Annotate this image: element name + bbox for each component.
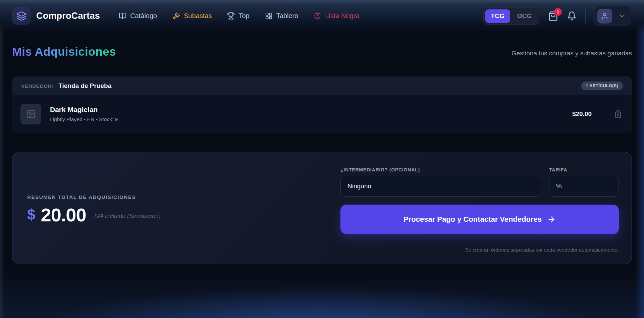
pay-button-label: Procesar Pago y Contactar Vendedores	[404, 215, 542, 224]
checkout-summary-card: RESUMEN TOTAL DE ADQUISICIONES $ 20.00 I…	[12, 152, 632, 264]
tax-note: IVA incluido (Simulación)	[94, 213, 161, 220]
process-payment-button[interactable]: Procesar Pago y Contactar Vendedores	[340, 205, 619, 234]
brand[interactable]: ComproCartas	[13, 7, 100, 25]
notifications-button[interactable]	[567, 11, 577, 21]
intermediary-field: ¿INTERMEDIARIO? (OPCIONAL) Ninguno	[340, 167, 541, 197]
auto-orders-note: Se crearán órdenes separadas por cada ve…	[340, 247, 619, 253]
grid-icon	[265, 12, 273, 20]
checkout-form: ¿INTERMEDIARIO? (OPCIONAL) Ninguno TARIF…	[340, 167, 619, 253]
nav-label: Catálogo	[130, 12, 157, 20]
nav-label: Subastas	[184, 12, 212, 20]
nav-label: Top	[238, 12, 249, 20]
item-actions: $20.00	[572, 110, 622, 118]
nav-label: Tablero	[276, 12, 299, 20]
nav-item-catalogo[interactable]: Catálogo	[119, 12, 157, 20]
cart-item-row: Dark Magician Lightly Played • EN • Stoc…	[12, 95, 632, 133]
page-header: Mis Adquisiciones Gestiona tus compras y…	[12, 45, 632, 58]
user-icon	[601, 12, 609, 20]
summary-heading: RESUMEN TOTAL DE ADQUISICIONES	[27, 194, 161, 200]
avatar	[597, 9, 612, 23]
fee-field: TARIFA	[549, 167, 619, 197]
item-info: Dark Magician Lightly Played • EN • Stoc…	[50, 106, 118, 122]
item-name: Dark Magician	[50, 106, 118, 114]
intermediary-label: ¿INTERMEDIARIO? (OPCIONAL)	[340, 167, 541, 172]
nav-right-cluster: TCG OCG 1	[483, 6, 631, 26]
intermediary-select[interactable]: Ninguno	[340, 176, 541, 197]
arrow-right-icon	[547, 215, 556, 224]
total-amount: 20.00	[41, 204, 86, 226]
nav-item-subastas[interactable]: Subastas	[172, 12, 212, 20]
remove-item-button[interactable]	[614, 110, 622, 118]
chevron-down-icon	[619, 13, 625, 19]
game-mode-toggle: TCG OCG	[483, 7, 539, 25]
summary-price-row: $ 20.00 IVA incluido (Simulación)	[27, 204, 161, 226]
trophy-icon	[227, 12, 235, 20]
summary-total-block: RESUMEN TOTAL DE ADQUISICIONES $ 20.00 I…	[27, 167, 161, 253]
page-title: Mis Adquisiciones	[12, 45, 116, 58]
fields-row: ¿INTERMEDIARIO? (OPCIONAL) Ninguno TARIF…	[340, 167, 619, 197]
item-count-badge: 1 ARTÍCULO(S)	[581, 82, 623, 90]
gavel-icon	[172, 12, 180, 20]
user-menu[interactable]	[594, 6, 631, 26]
cart-button[interactable]: 1	[548, 11, 558, 21]
vendor-identity: VENDEDOR: Tienda de Prueba	[21, 82, 111, 90]
main-nav: Catálogo Subastas Top Tablero Lista Negr…	[119, 12, 360, 20]
vendor-header: VENDEDOR: Tienda de Prueba 1 ARTÍCULO(S)	[12, 77, 632, 95]
item-price: $20.00	[572, 110, 592, 118]
tcg-toggle-button[interactable]: TCG	[485, 9, 510, 23]
cart-count-badge: 1	[554, 8, 562, 16]
fee-input[interactable]	[549, 176, 619, 197]
vendor-name: Tienda de Prueba	[58, 82, 111, 90]
vendor-group-card: VENDEDOR: Tienda de Prueba 1 ARTÍCULO(S)…	[12, 76, 632, 133]
currency-symbol: $	[27, 206, 35, 223]
nav-item-tablero[interactable]: Tablero	[265, 12, 299, 20]
item-details: Lightly Played • EN • Stock: 9	[50, 116, 118, 122]
vendor-label: VENDEDOR:	[21, 83, 54, 89]
book-open-icon	[119, 12, 126, 20]
brand-name: ComproCartas	[36, 11, 100, 21]
nav-label: Lista Negra	[325, 12, 359, 20]
image-placeholder-icon	[26, 109, 36, 119]
trash-icon	[614, 110, 622, 118]
nav-divider	[585, 9, 586, 23]
ocg-toggle-button[interactable]: OCG	[512, 9, 537, 23]
shield-alert-icon	[314, 12, 321, 20]
main-content: Mis Adquisiciones Gestiona tus compras y…	[0, 32, 644, 264]
nav-item-lista-negra[interactable]: Lista Negra	[314, 12, 359, 20]
fee-label: TARIFA	[549, 167, 619, 172]
bell-icon	[567, 11, 577, 21]
layers-icon	[13, 7, 30, 25]
card-thumbnail	[20, 104, 41, 124]
page-subtitle: Gestiona tus compras y subastas ganadas	[512, 50, 632, 58]
top-navbar: ComproCartas Catálogo Subastas Top Table…	[0, 0, 644, 32]
nav-item-top[interactable]: Top	[227, 12, 249, 20]
